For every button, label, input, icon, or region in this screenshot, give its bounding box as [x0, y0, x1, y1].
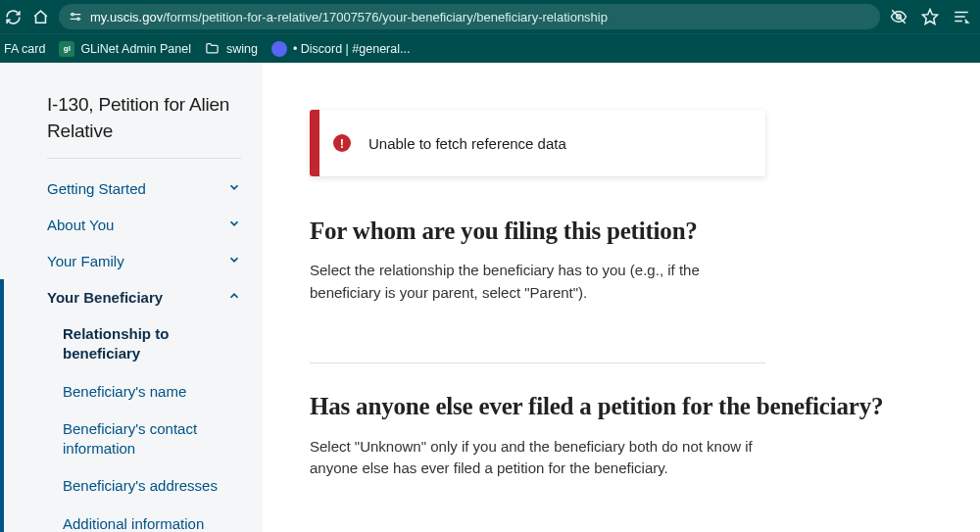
question-heading: For whom are you filing this petition? — [310, 216, 941, 246]
folder-icon — [205, 41, 220, 57]
nav-label: About You — [47, 217, 114, 233]
nav-section-about-you[interactable]: About You — [0, 207, 263, 243]
subnav-addresses[interactable]: Beneficiary's addresses — [16, 467, 263, 505]
question-body: Select the relationship the beneficiary … — [310, 260, 760, 304]
chevron-down-icon — [227, 217, 241, 233]
main-content: ! Unable to fetch reference data For who… — [263, 63, 980, 532]
subnav-label: Beneficiary's name — [63, 383, 186, 400]
question-heading: Has anyone else ever filed a petition fo… — [310, 391, 941, 421]
bookmark-label: FA card — [4, 42, 45, 56]
bookmark-label: • Discord | #general... — [293, 42, 410, 56]
bookmark-item[interactable]: gl GLiNet Admin Panel — [59, 41, 191, 57]
subnav-label: Beneficiary's contact information — [63, 420, 197, 457]
nav-section-your-family[interactable]: Your Family — [0, 243, 263, 279]
bookmark-item[interactable]: • Discord | #general... — [271, 41, 410, 57]
nav-section-your-beneficiary[interactable]: Your Beneficiary — [0, 279, 263, 315]
bookmark-item[interactable]: swing — [205, 41, 258, 57]
chevron-down-icon — [227, 180, 241, 197]
browser-chrome: my.uscis.gov/forms/petition-for-a-relati… — [0, 0, 980, 63]
chevron-up-icon — [227, 289, 241, 306]
subnav-label: Relationship to beneficiary — [63, 325, 169, 362]
toolbar-row: my.uscis.gov/forms/petition-for-a-relati… — [0, 0, 980, 33]
nav-section-getting-started[interactable]: Getting Started — [0, 170, 263, 207]
svg-marker-8 — [923, 10, 938, 24]
subnav-relationship[interactable]: Relationship to beneficiary — [16, 315, 263, 373]
subnav-label: Beneficiary's addresses — [63, 477, 218, 494]
star-icon[interactable] — [921, 8, 939, 25]
nav-sublist: Relationship to beneficiary Beneficiary'… — [0, 315, 263, 532]
subnav-beneficiary-name[interactable]: Beneficiary's name — [16, 373, 263, 411]
reload-icon[interactable] — [4, 8, 22, 25]
page-body: I-130, Petition for Alien Relative Getti… — [0, 63, 980, 532]
subnav-label: Additional information — [63, 515, 204, 532]
address-bar[interactable]: my.uscis.gov/forms/petition-for-a-relati… — [59, 4, 880, 29]
glinet-icon: gl — [59, 41, 74, 57]
nav-label: Your Beneficiary — [47, 289, 163, 306]
section-divider — [310, 363, 765, 363]
subnav-contact-info[interactable]: Beneficiary's contact information — [16, 411, 263, 468]
error-alert: ! Unable to fetch reference data — [310, 110, 765, 176]
bookmarks-bar: FA card gl GLiNet Admin Panel swing • Di… — [0, 33, 980, 63]
eye-off-icon[interactable] — [890, 8, 907, 25]
svg-point-0 — [72, 14, 74, 16]
chevron-down-icon — [227, 253, 241, 269]
site-settings-icon[interactable] — [69, 10, 82, 24]
discord-icon — [271, 41, 287, 57]
bookmark-label: swing — [226, 42, 258, 56]
bookmark-item[interactable]: FA card — [4, 42, 45, 56]
subnav-additional-info[interactable]: Additional information — [16, 506, 263, 532]
question-body: Select "Unknown" only if you and the ben… — [310, 436, 760, 480]
divider — [47, 158, 241, 159]
bookmark-label: GLiNet Admin Panel — [80, 42, 191, 56]
nav-label: Your Family — [47, 253, 124, 269]
error-icon: ! — [333, 134, 351, 152]
nav-label: Getting Started — [47, 180, 146, 197]
form-title: I-130, Petition for Alien Relative — [0, 92, 263, 158]
alert-message: Unable to fetch reference data — [368, 135, 566, 152]
svg-point-3 — [77, 18, 79, 20]
url-text: my.uscis.gov/forms/petition-for-a-relati… — [90, 10, 608, 24]
home-icon[interactable] — [31, 8, 49, 25]
sidebar: I-130, Petition for Alien Relative Getti… — [0, 63, 263, 532]
playlist-icon[interactable] — [953, 8, 970, 25]
